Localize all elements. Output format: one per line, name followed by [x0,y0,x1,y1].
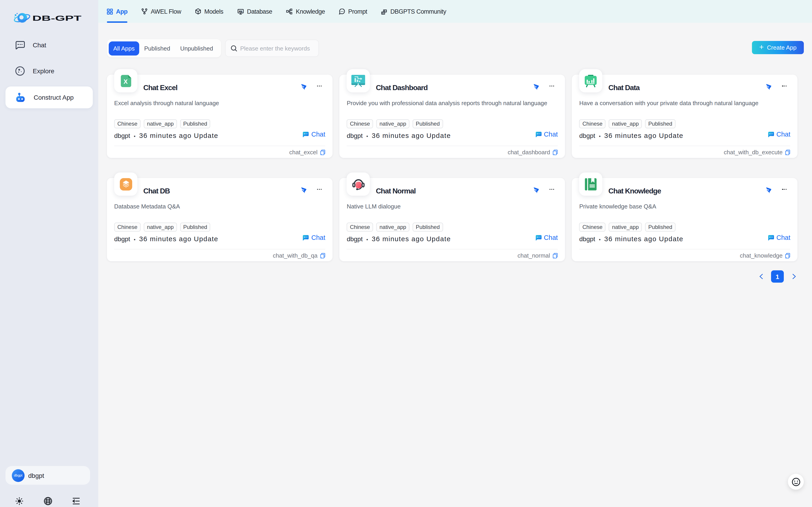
svg-text:DB-GPT: DB-GPT [32,14,81,22]
svg-text:X: X [123,78,127,85]
svg-text:SQL: SQL [239,10,243,12]
